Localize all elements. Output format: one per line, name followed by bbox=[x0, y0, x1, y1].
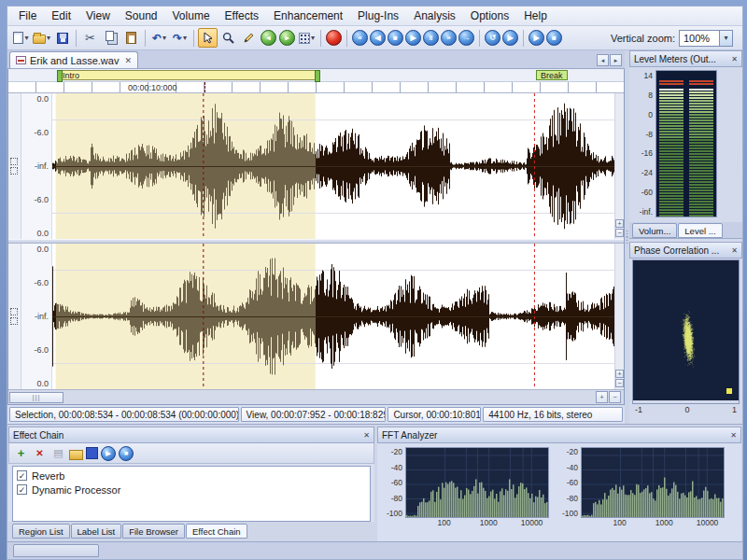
document-tab[interactable]: Erik and Lasse.wav ✕ bbox=[9, 51, 138, 68]
menu-item[interactable]: Effects bbox=[218, 7, 266, 24]
dropdown-icon: ▾ bbox=[162, 35, 166, 42]
checkbox-checked-icon[interactable] bbox=[17, 484, 27, 495]
time-ruler[interactable]: 00:00:10:000 bbox=[8, 82, 624, 94]
close-icon[interactable]: ✕ bbox=[122, 56, 132, 65]
rewind-button[interactable]: ◀ bbox=[370, 30, 386, 46]
save-chain-button[interactable] bbox=[86, 447, 98, 459]
next-region-button[interactable]: ▸ bbox=[279, 30, 295, 46]
cut-button[interactable]: ✂ bbox=[80, 28, 100, 48]
level-meters-titlebar[interactable]: Level Meters (Out... ✕ bbox=[629, 50, 742, 67]
menu-item[interactable]: View bbox=[78, 7, 118, 24]
meter-tab[interactable]: Volum... bbox=[632, 223, 677, 238]
forward-button[interactable]: » bbox=[441, 30, 457, 46]
zoom-in-button[interactable]: + bbox=[615, 219, 624, 228]
magnify-tool-button[interactable] bbox=[218, 28, 238, 48]
menu-item[interactable]: Sound bbox=[118, 7, 165, 24]
effect-chain-item[interactable]: Reverb bbox=[17, 469, 366, 483]
preview-chain-button[interactable]: ▶ bbox=[101, 446, 116, 461]
go-to-end-button[interactable]: → bbox=[458, 30, 474, 46]
paste-button[interactable] bbox=[121, 28, 141, 48]
fft-y-tick: -60 bbox=[567, 478, 578, 487]
menu-item[interactable]: Analysis bbox=[406, 7, 463, 24]
add-effect-button[interactable]: + bbox=[13, 445, 29, 461]
undo-button[interactable]: ↶▾ bbox=[149, 28, 169, 48]
pencil-tool-button[interactable] bbox=[239, 28, 259, 48]
chevron-down-icon[interactable]: ▾ bbox=[719, 31, 732, 46]
time-zoom-in-button[interactable]: + bbox=[596, 391, 608, 403]
region-marker-break[interactable]: Break bbox=[536, 70, 568, 80]
play-button[interactable]: ▶ bbox=[405, 30, 421, 46]
menu-item[interactable]: Enhancement bbox=[266, 7, 350, 24]
scrollbar-thumb[interactable]: ||| bbox=[9, 392, 63, 403]
snap-grid-button[interactable]: ▾ bbox=[297, 28, 317, 48]
waveform-channel-left-canvas[interactable] bbox=[52, 93, 614, 239]
vertical-zoom-combobox[interactable]: 100% ▾ bbox=[679, 30, 733, 47]
edit-tool-button[interactable] bbox=[198, 28, 218, 48]
bottom-tab[interactable]: Region List bbox=[12, 524, 70, 539]
bottom-tab[interactable]: File Browser bbox=[122, 524, 185, 539]
new-file-button[interactable]: ▾ bbox=[11, 28, 31, 48]
zoom-out-button[interactable]: − bbox=[615, 229, 624, 237]
fft-left-canvas[interactable] bbox=[405, 447, 549, 518]
remove-effect-button[interactable]: ✕ bbox=[32, 445, 48, 461]
zoom-in-button[interactable]: + bbox=[615, 370, 624, 378]
fft-x-tick: 100 bbox=[613, 518, 626, 527]
meter-tab[interactable]: Level ... bbox=[678, 223, 722, 238]
redo-button[interactable]: ↷▾ bbox=[170, 28, 190, 48]
time-zoom-out-button[interactable]: − bbox=[609, 391, 621, 403]
bottom-tab[interactable]: Label List bbox=[71, 524, 122, 539]
pause-button[interactable]: ‖ bbox=[423, 30, 439, 46]
level-meters-panel: 1480-8-16-24-60-inf. bbox=[629, 67, 742, 222]
previous-region-button[interactable]: ◂ bbox=[261, 30, 276, 46]
phase-correlation-canvas[interactable] bbox=[633, 260, 739, 400]
waveform-channel-right-canvas[interactable] bbox=[52, 244, 614, 389]
open-chain-button[interactable] bbox=[69, 450, 83, 460]
replace-effect-button[interactable]: ▤ bbox=[50, 445, 66, 461]
menu-item[interactable]: Plug-Ins bbox=[350, 7, 406, 24]
bottom-tab[interactable]: Effect Chain bbox=[186, 524, 247, 539]
effect-chain-titlebar[interactable]: Effect Chain ✕ bbox=[8, 427, 374, 443]
region-marker-intro[interactable]: Intro bbox=[57, 70, 320, 80]
menu-item[interactable]: File bbox=[11, 7, 44, 24]
record-button[interactable] bbox=[326, 30, 342, 46]
go-to-start-button[interactable]: « bbox=[352, 30, 368, 46]
save-button[interactable] bbox=[52, 28, 72, 48]
close-icon[interactable]: ✕ bbox=[360, 431, 370, 440]
fft-right-canvas[interactable] bbox=[581, 447, 725, 518]
phase-x-tick: -1 bbox=[635, 405, 642, 417]
preview-stop-button[interactable]: ■ bbox=[546, 30, 562, 46]
bypass-chain-button[interactable]: ■ bbox=[119, 446, 134, 461]
stop-button[interactable]: ■ bbox=[388, 30, 403, 46]
status-segment: 44100 Hz, 16 bits, stereo bbox=[483, 407, 623, 422]
effect-chain-list[interactable]: Reverb Dynamic Processor bbox=[12, 466, 371, 522]
open-file-button[interactable]: ▾ bbox=[32, 28, 51, 48]
play-all-button[interactable]: ▶ bbox=[502, 30, 518, 46]
menu-item[interactable]: Volume bbox=[165, 7, 218, 24]
phase-x-tick: 1 bbox=[732, 405, 737, 417]
horizontal-scrollbar[interactable]: ||| + − bbox=[8, 389, 624, 404]
close-icon[interactable]: ✕ bbox=[728, 246, 738, 255]
effect-chain-item[interactable]: Dynamic Processor bbox=[17, 483, 366, 497]
region-ruler[interactable]: Intro Break bbox=[8, 69, 624, 82]
menu-item[interactable]: Help bbox=[516, 7, 555, 24]
tab-scroll-right-button[interactable]: ▸ bbox=[610, 54, 622, 66]
channel-select-handle[interactable] bbox=[8, 244, 21, 389]
tab-scroll-left-button[interactable]: ◂ bbox=[597, 54, 609, 66]
loop-playback-button[interactable]: ↺ bbox=[485, 30, 500, 46]
menu-item[interactable]: Edit bbox=[44, 7, 78, 24]
undo-icon: ↶ bbox=[152, 33, 162, 44]
menu-item[interactable]: Options bbox=[463, 7, 516, 24]
close-icon[interactable]: ✕ bbox=[728, 55, 738, 63]
phase-correlation-titlebar[interactable]: Phase Correlation ... ✕ bbox=[629, 242, 742, 259]
effect-chain-title: Effect Chain bbox=[13, 430, 63, 441]
close-icon[interactable]: ✕ bbox=[727, 431, 737, 440]
channel-select-handle[interactable] bbox=[8, 93, 21, 239]
checkbox-checked-icon[interactable] bbox=[17, 470, 27, 481]
copy-button[interactable] bbox=[101, 28, 120, 48]
fft-analyzer-titlebar[interactable]: FFT Analyzer ✕ bbox=[377, 427, 741, 443]
zoom-out-button[interactable]: − bbox=[615, 379, 624, 387]
transport-icon: » bbox=[446, 35, 450, 42]
level-meters-canvas[interactable] bbox=[656, 71, 716, 217]
preview-play-button[interactable]: ▶ bbox=[529, 30, 544, 46]
toolbar-separator bbox=[145, 30, 146, 47]
